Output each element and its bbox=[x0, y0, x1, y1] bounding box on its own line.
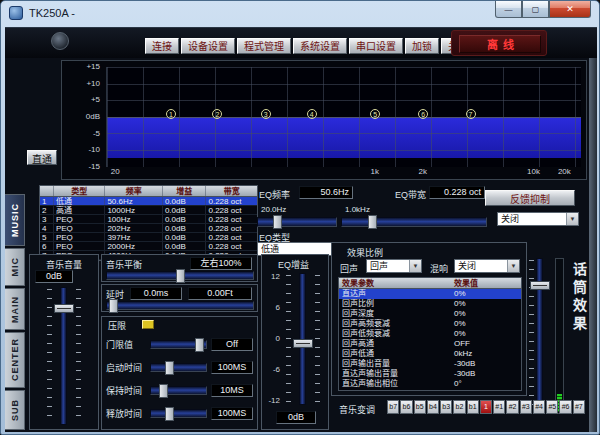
effects-row[interactable]: 回声低频衰减0% bbox=[339, 329, 521, 339]
cell: 0.0dB bbox=[163, 224, 207, 232]
effects-row[interactable]: 回声低通0kHz bbox=[339, 349, 521, 359]
eq-band-row[interactable]: 5PEQ397Hz0.0dB0.228 oct bbox=[40, 233, 257, 242]
music-key-button-b4[interactable]: b4 bbox=[427, 400, 439, 414]
slider-thumb[interactable] bbox=[176, 269, 185, 283]
effects-row[interactable]: 回声高通OFF bbox=[339, 339, 521, 349]
effects-row[interactable]: 直达声0% bbox=[339, 289, 521, 299]
toolbar-button-2[interactable]: 设备设置 bbox=[181, 38, 235, 54]
close-button[interactable]: ✕ bbox=[549, 1, 591, 18]
delay-slider[interactable] bbox=[106, 301, 254, 310]
compressor-row-label: 保持时间 bbox=[106, 384, 150, 397]
reverb-dropdown[interactable]: 关闭 ▼ bbox=[454, 259, 520, 273]
fader-thumb[interactable] bbox=[530, 281, 550, 290]
offline-status-button[interactable]: 离线 bbox=[459, 35, 541, 53]
music-key-button-1[interactable]: 1 bbox=[480, 400, 492, 414]
eq-band-marker-5[interactable]: 5 bbox=[370, 109, 380, 119]
music-key-button-b5[interactable]: b5 bbox=[414, 400, 426, 414]
slider-thumb[interactable] bbox=[109, 299, 118, 313]
feedback-suppress-button[interactable]: 反馈抑制 bbox=[485, 190, 575, 206]
eq-band-marker-2[interactable]: 2 bbox=[212, 109, 222, 119]
eq-gain-scale-label: -6 bbox=[266, 366, 280, 374]
echo-dropdown[interactable]: 回声 ▼ bbox=[366, 259, 422, 273]
eq-freq-coarse-slider[interactable] bbox=[257, 217, 337, 227]
slider-thumb[interactable] bbox=[165, 407, 174, 421]
music-key-button-#5[interactable]: #5 bbox=[546, 400, 558, 414]
channel-tab-strip: MUSICMICMAINCENTERSUB bbox=[5, 194, 26, 430]
eq-plot-area[interactable]: 1234567 bbox=[106, 67, 581, 167]
slider-thumb[interactable] bbox=[368, 215, 377, 229]
effects-row[interactable]: 回声深度0% bbox=[339, 309, 521, 319]
bypass-button[interactable]: 直通 bbox=[27, 150, 57, 165]
eq-graph: +15+10+50dB-5-10-15 1234567 201k2k10k20k bbox=[61, 60, 587, 180]
effects-row[interactable]: 回声输出音量-30dB bbox=[339, 359, 521, 369]
cell: PEQ bbox=[54, 224, 106, 232]
compressor-slider[interactable] bbox=[150, 340, 207, 349]
effects-row[interactable]: 直达声输出相位0° bbox=[339, 379, 521, 389]
compressor-slider[interactable] bbox=[150, 386, 207, 395]
music-balance-slider[interactable] bbox=[106, 271, 254, 280]
channel-tab-music[interactable]: MUSIC bbox=[5, 194, 25, 246]
eq-band-marker-6[interactable]: 6 bbox=[418, 109, 428, 119]
slider-thumb[interactable] bbox=[273, 215, 282, 229]
effects-row[interactable]: 直达声输出音量-30dB bbox=[339, 369, 521, 379]
toolbar-button-6[interactable]: 加锁 bbox=[405, 38, 439, 54]
toolbar-button-5[interactable]: 串口设置 bbox=[349, 38, 403, 54]
eq-band-row[interactable]: 3PEQ100Hz0.0dB0.228 oct bbox=[40, 215, 257, 224]
fader-thumb[interactable] bbox=[293, 339, 313, 348]
toolbar-button-4[interactable]: 系统设置 bbox=[293, 38, 347, 54]
eq-gain-label: EQ增益 bbox=[278, 258, 309, 271]
compressor-enable-toggle[interactable] bbox=[142, 320, 154, 329]
cell: 0% bbox=[451, 329, 521, 339]
slider-thumb[interactable] bbox=[159, 384, 168, 398]
slider-thumb[interactable] bbox=[165, 361, 174, 375]
maximize-button[interactable]: ▢ bbox=[522, 1, 549, 18]
channel-tab-main[interactable]: MAIN bbox=[5, 288, 25, 330]
music-key-button-b7[interactable]: b7 bbox=[387, 400, 399, 414]
eq-band-row[interactable]: 6PEQ2000Hz0.0dB0.228 oct bbox=[40, 242, 257, 251]
eq-band-marker-4[interactable]: 4 bbox=[307, 109, 317, 119]
compressor-slider[interactable] bbox=[150, 363, 207, 372]
fader-thumb[interactable] bbox=[54, 304, 74, 313]
cell: 直达声输出相位 bbox=[339, 379, 451, 389]
slider-thumb[interactable] bbox=[195, 338, 204, 352]
music-key-button-#2[interactable]: #2 bbox=[506, 400, 518, 414]
music-volume-fader[interactable] bbox=[47, 287, 81, 425]
music-key-button-b6[interactable]: b6 bbox=[400, 400, 412, 414]
channel-tab-sub[interactable]: SUB bbox=[5, 390, 25, 430]
toolbar-button-1[interactable]: 连接 bbox=[145, 38, 179, 54]
music-key-button-b1[interactable]: b1 bbox=[467, 400, 479, 414]
channel-tab-label: CENTER bbox=[10, 338, 20, 381]
eq-band-row[interactable]: 2高通1000Hz0.0dB0.228 oct bbox=[40, 206, 257, 215]
cell: 回声比例 bbox=[339, 299, 451, 309]
feedback-state-dropdown[interactable]: 关闭 ▼ bbox=[497, 212, 579, 226]
window-title: TK250A - bbox=[29, 7, 75, 19]
eq-band-row[interactable]: 4PEQ202Hz0.0dB0.228 oct bbox=[40, 224, 257, 233]
compressor-slider[interactable] bbox=[150, 409, 207, 418]
eq-freq-fine-slider[interactable] bbox=[341, 217, 487, 227]
eq-band-marker-1[interactable]: 1 bbox=[166, 109, 176, 119]
music-key-button-#7[interactable]: #7 bbox=[573, 400, 585, 414]
music-key-button-#3[interactable]: #3 bbox=[520, 400, 532, 414]
effects-row[interactable]: 回声比例0% bbox=[339, 299, 521, 309]
effects-row[interactable]: 回声高频衰减0% bbox=[339, 319, 521, 329]
toolbar-button-3[interactable]: 程式管理 bbox=[237, 38, 291, 54]
cell: 回声低频衰减 bbox=[339, 329, 451, 339]
eq-band-row[interactable]: 1低通50.6Hz0.0dB0.228 oct bbox=[40, 197, 257, 206]
eq-band-marker-3[interactable]: 3 bbox=[261, 109, 271, 119]
music-key-button-#6[interactable]: #6 bbox=[559, 400, 571, 414]
channel-tab-mic[interactable]: MIC bbox=[5, 248, 25, 286]
eq-col-index bbox=[40, 186, 54, 196]
effects-col-header: 效果参数 bbox=[339, 278, 451, 288]
eq-col-header: 增益 bbox=[163, 186, 207, 196]
eq-x-tick-label: 10k bbox=[527, 167, 540, 176]
eq-gain-scale-label: 12 bbox=[266, 273, 280, 281]
music-key-button-b2[interactable]: b2 bbox=[453, 400, 465, 414]
music-key-button-b3[interactable]: b3 bbox=[440, 400, 452, 414]
mic-effect-level-fader[interactable] bbox=[529, 258, 551, 414]
music-key-button-#1[interactable]: #1 bbox=[493, 400, 505, 414]
channel-tab-center[interactable]: CENTER bbox=[5, 332, 25, 388]
eq-gain-fader[interactable] bbox=[286, 273, 320, 405]
minimize-button[interactable]: — bbox=[495, 1, 522, 18]
music-key-button-#4[interactable]: #4 bbox=[533, 400, 545, 414]
eq-band-marker-7[interactable]: 7 bbox=[466, 109, 476, 119]
